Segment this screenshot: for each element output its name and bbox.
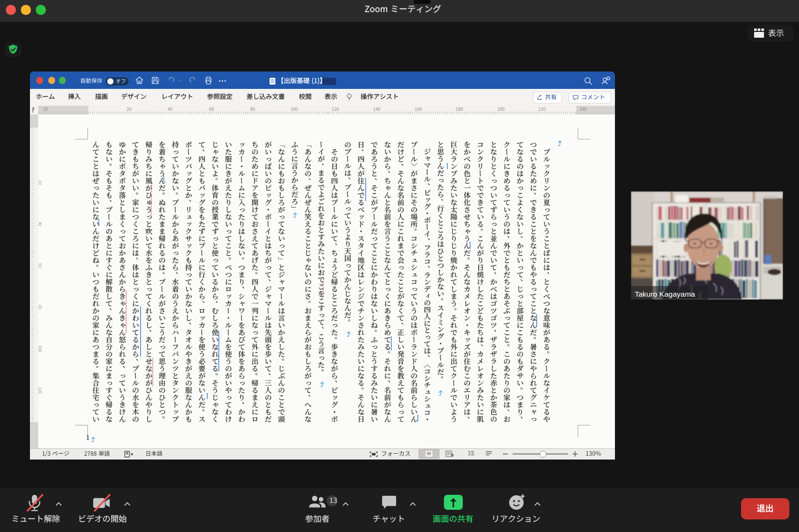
svg-text:Takuro Kagayama: Takuro Kagayama [635,290,695,298]
